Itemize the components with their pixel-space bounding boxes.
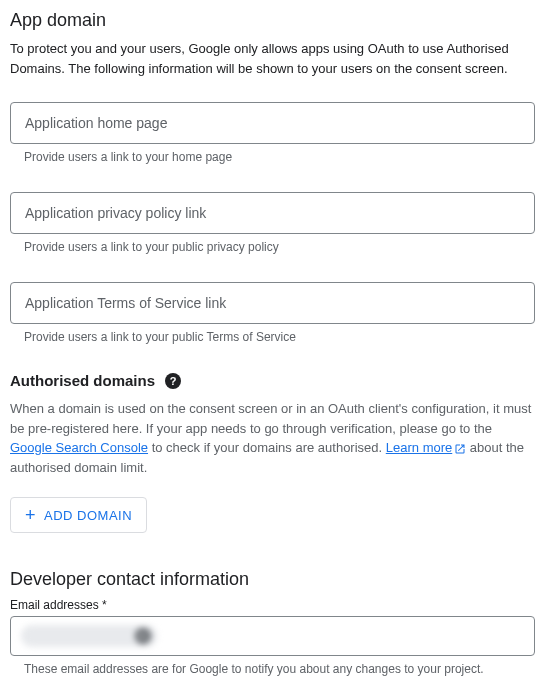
learn-more-link[interactable]: Learn more [386,440,466,455]
authorised-domains-section: Authorised domains ? When a domain is us… [10,372,535,533]
external-link-icon [454,443,466,455]
chip-remove-icon[interactable]: ✕ [135,628,151,644]
authorised-domains-paragraph: When a domain is used on the consent scr… [10,399,535,477]
search-console-link[interactable]: Google Search Console [10,440,148,455]
help-icon[interactable]: ? [165,373,181,389]
tos-helper: Provide users a link to your public Term… [10,330,535,344]
add-domain-label: ADD DOMAIN [44,508,132,523]
email-addresses-input[interactable]: xxxxxxxxxxxxxxx ✕ [10,616,535,656]
email-chip-text: xxxxxxxxxxxxxxx [31,629,129,644]
privacy-policy-input[interactable] [10,192,535,234]
privacy-policy-helper: Provide users a link to your public priv… [10,240,535,254]
home-page-input[interactable] [10,102,535,144]
add-domain-button[interactable]: + ADD DOMAIN [10,497,147,533]
plus-icon: + [25,506,36,524]
email-chip: xxxxxxxxxxxxxxx ✕ [21,625,157,647]
home-page-helper: Provide users a link to your home page [10,150,535,164]
email-helper: These email addresses are for Google to … [10,662,535,676]
email-addresses-label: Email addresses * [10,598,535,612]
tos-field-group: Provide users a link to your public Term… [10,282,535,344]
developer-contact-title: Developer contact information [10,569,535,590]
para-mid: to check if your domains are authorised. [148,440,386,455]
privacy-policy-field-group: Provide users a link to your public priv… [10,192,535,254]
app-domain-title: App domain [10,10,535,31]
tos-input[interactable] [10,282,535,324]
para-prefix: When a domain is used on the consent scr… [10,401,531,436]
app-domain-description: To protect you and your users, Google on… [10,39,535,78]
developer-contact-section: Developer contact information Email addr… [10,569,535,676]
home-page-field-group: Provide users a link to your home page [10,102,535,164]
authorised-domains-title: Authorised domains [10,372,155,389]
